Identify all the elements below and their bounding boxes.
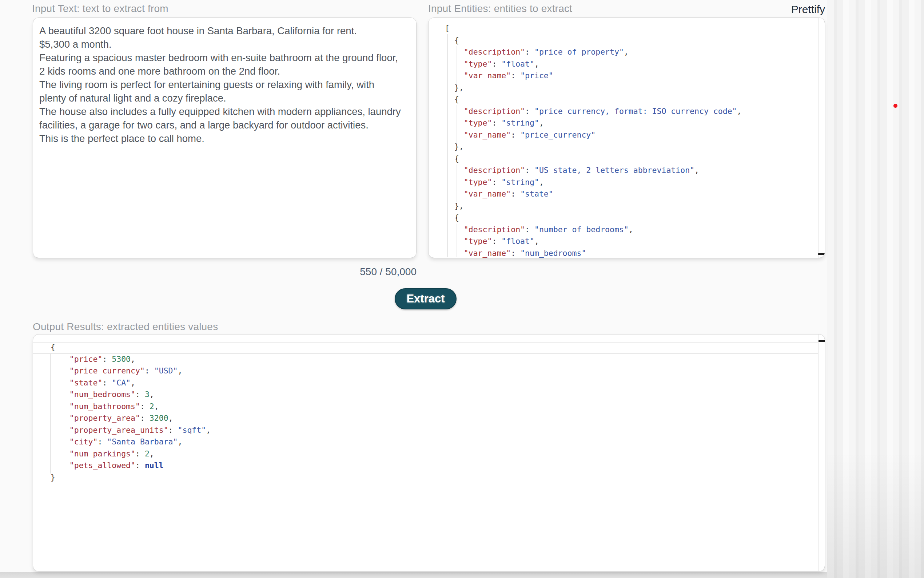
output-scrollbar-thumb[interactable]	[819, 340, 825, 342]
output-results-label: Output Results: extracted entities value…	[33, 321, 218, 333]
char-counter: 550 / 50,000	[255, 266, 416, 278]
prettify-button[interactable]: Prettify	[791, 3, 825, 16]
indent-guide	[456, 164, 457, 202]
indent-guide	[456, 46, 457, 84]
scrollbar-track	[818, 334, 819, 571]
entities-editor-panel: [ { "description": "price of property", …	[428, 18, 825, 258]
entities-json-editor[interactable]: [ { "description": "price of property", …	[429, 18, 825, 258]
input-entities-label: Input Entities: entities to extract	[428, 3, 572, 15]
editor-divider	[33, 354, 818, 354]
input-text-label: Input Text: text to extract from	[32, 3, 168, 15]
output-editor-panel: { "price": 5300, "price_currency": "USD"…	[33, 334, 825, 572]
indent-guide	[456, 105, 457, 143]
input-text-area[interactable]: A beautiful 3200 square foot house in Sa…	[33, 18, 416, 258]
entities-scrollbar-thumb[interactable]	[818, 253, 825, 255]
scrollbar-track	[818, 18, 819, 258]
editor-divider	[33, 342, 818, 343]
output-json-editor[interactable]: { "price": 5300, "price_currency": "USD"…	[33, 334, 825, 571]
indent-guide	[447, 34, 448, 257]
bottom-margin-strip	[0, 572, 827, 578]
extract-button[interactable]: Extract	[395, 288, 456, 309]
indent-guide	[50, 354, 50, 474]
recording-dot-indicator	[893, 104, 897, 108]
right-margin-strip	[827, 0, 924, 578]
indent-guide	[456, 224, 457, 257]
